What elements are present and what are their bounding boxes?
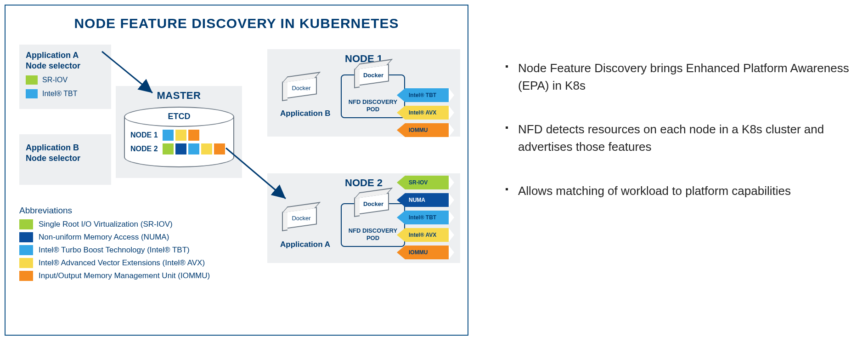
swatch-green [19, 219, 33, 229]
abbrev-row: Single Root I/O Virtualization (SR-IOV) [19, 219, 240, 229]
etcd-square-green [163, 143, 174, 154]
feature-label: Intel® TBT [405, 211, 449, 224]
application-b-label: Application B Node selector [26, 143, 105, 163]
etcd-square-orange [214, 143, 225, 154]
abbrev-text: Single Root I/O Virtualization (SR-IOV) [39, 220, 173, 229]
nfd-pod-label: NFD DISCOVERY POD [349, 98, 397, 113]
etcd-label: ETCD [124, 107, 234, 127]
abbreviations-legend: Abbreviations Single Root I/O Virtualiza… [19, 206, 240, 284]
swatch-lblue [19, 245, 33, 255]
appA-item-1-label: Intel® TBT [42, 90, 77, 98]
etcd-row-node2: NODE 2 [130, 143, 228, 154]
diagram-title: NODE FEATURE DISCOVERY IN KUBERNETES [6, 6, 468, 31]
abbrev-row: Intel® Advanced Vector Extensions (Intel… [19, 258, 240, 268]
application-a-selector-panel: Application A Node selector SR-IOV Intel… [19, 45, 111, 109]
description-column: Node Feature Discovery brings Enhanced P… [468, 0, 868, 343]
swatch-yellow [19, 258, 33, 268]
application-b-selector-panel: Application B Node selector [19, 134, 111, 185]
nfd-pod-label: NFD DISCOVERY POD [349, 227, 397, 241]
docker-box: Docker [286, 77, 317, 99]
swatch-lblue [26, 89, 38, 98]
bullet-1: NFD detects resources on each node in a … [505, 121, 850, 155]
appA-item-0-label: SR-IOV [42, 76, 68, 84]
feature-arrow: Intel® TBT [405, 211, 449, 224]
bullet-0: Node Feature Discovery brings Enhanced P… [505, 60, 850, 94]
nfd-pod-node1: Docker NFD DISCOVERY POD [341, 74, 405, 118]
feature-label: SR-IOV [405, 176, 449, 189]
etcd-square-yellow [201, 143, 212, 154]
feature-label: IOMMU [405, 246, 449, 259]
etcd-square-lblue [188, 143, 199, 154]
abbreviations-title: Abbreviations [19, 206, 240, 216]
node1-app-label: Application B [280, 109, 331, 118]
etcd-square-lblue [163, 130, 174, 141]
etcd-row-node1: NODE 1 [130, 130, 228, 141]
node2-app-label: Application A [280, 240, 330, 249]
abbrev-row: Input/Output Memory Management Unit (IOM… [19, 271, 240, 281]
bullet-2: Allows matching of workload to platform … [505, 183, 850, 200]
appA-item-sriov: SR-IOV [26, 75, 105, 85]
feature-arrow: SR-IOV [405, 176, 449, 189]
feature-label: Intel® AVX [405, 106, 449, 120]
abbrev-row: Non-uniform Memory Access (NUMA) [19, 232, 240, 242]
docker-label: Docker [359, 196, 388, 212]
master-title: MASTER [116, 86, 242, 102]
docker-label: Docker [359, 67, 388, 84]
nfd-pod-node2: Docker NFD DISCOVERY POD [341, 203, 405, 247]
feature-arrow: IOMMU [405, 123, 449, 137]
appA-item-tbt: Intel® TBT [26, 89, 105, 98]
docker-label: Docker [287, 80, 316, 97]
abbrev-text: Intel® Advanced Vector Extensions (Intel… [39, 258, 205, 268]
abbrev-text: Non-uniform Memory Access (NUMA) [39, 233, 169, 242]
feature-arrow: Intel® AVX [405, 228, 449, 242]
etcd-square-dblue [175, 143, 186, 154]
docker-label: Docker [287, 210, 316, 227]
feature-arrow: Intel® AVX [405, 106, 449, 120]
docker-box: Docker [358, 64, 389, 86]
etcd-cylinder: ETCD NODE 1 NODE 2 [124, 107, 234, 171]
abbrev-row: Intel® Turbo Boost Technology (Intel® TB… [19, 245, 240, 255]
feature-label: NUMA [405, 193, 449, 207]
master-panel: MASTER ETCD NODE 1 NODE 2 [116, 86, 242, 178]
diagram-container: NODE FEATURE DISCOVERY IN KUBERNETES App… [5, 5, 468, 336]
feature-arrow: Intel® TBT [405, 88, 449, 102]
abbrev-text: Intel® Turbo Boost Technology (Intel® TB… [39, 246, 190, 255]
feature-arrow: IOMMU [405, 246, 449, 259]
etcd-node2-label: NODE 2 [130, 145, 163, 153]
feature-label: IOMMU [405, 123, 449, 137]
abbrev-text: Input/Output Memory Management Unit (IOM… [39, 271, 210, 280]
etcd-node1-label: NODE 1 [130, 131, 163, 139]
etcd-square-yellow [175, 130, 186, 141]
feature-label: Intel® TBT [405, 88, 449, 102]
application-a-label: Application A Node selector [26, 50, 105, 71]
etcd-square-orange [188, 130, 199, 141]
feature-label: Intel® AVX [405, 228, 449, 242]
docker-box: Docker [286, 207, 317, 229]
feature-arrow: NUMA [405, 193, 449, 207]
swatch-dblue [19, 232, 33, 242]
docker-box: Docker [358, 193, 389, 215]
swatch-green [26, 75, 38, 85]
swatch-orange [19, 271, 33, 281]
